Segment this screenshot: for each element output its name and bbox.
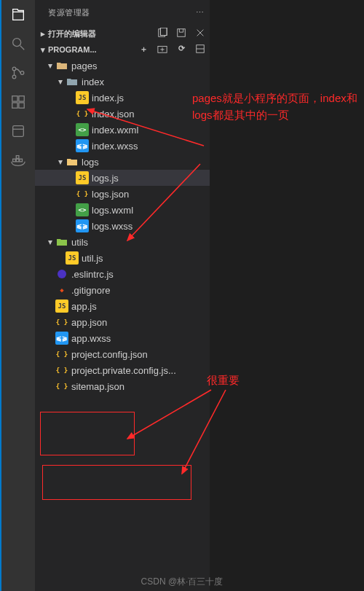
watermark: CSDN @林·百三十度 xyxy=(0,576,364,588)
svg-line-26 xyxy=(127,390,211,439)
svg-line-25 xyxy=(127,164,200,240)
arrow-annotations xyxy=(0,0,364,591)
svg-line-24 xyxy=(87,109,204,146)
